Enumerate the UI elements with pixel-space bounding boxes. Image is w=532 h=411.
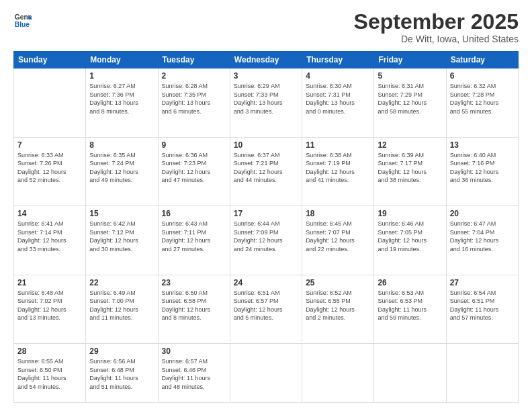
day-info: Sunrise: 6:51 AM Sunset: 6:57 PM Dayligh… xyxy=(234,289,298,322)
day-info: Sunrise: 6:32 AM Sunset: 7:28 PM Dayligh… xyxy=(450,82,515,116)
table-row: 10Sunrise: 6:37 AM Sunset: 7:21 PM Dayli… xyxy=(230,137,302,206)
table-row: 15Sunrise: 6:42 AM Sunset: 7:12 PM Dayli… xyxy=(86,206,158,275)
table-row: 14Sunrise: 6:41 AM Sunset: 7:14 PM Dayli… xyxy=(14,206,86,275)
calendar-header-row: Sunday Monday Tuesday Wednesday Thursday… xyxy=(14,52,519,68)
table-row: 16Sunrise: 6:43 AM Sunset: 7:11 PM Dayli… xyxy=(158,206,230,275)
day-number: 28 xyxy=(17,347,82,356)
table-row: 3Sunrise: 6:29 AM Sunset: 7:33 PM Daylig… xyxy=(230,68,302,138)
day-number: 21 xyxy=(17,278,82,287)
table-row: 1Sunrise: 6:27 AM Sunset: 7:36 PM Daylig… xyxy=(86,68,158,138)
table-row: 29Sunrise: 6:56 AM Sunset: 6:48 PM Dayli… xyxy=(86,344,158,403)
day-number: 15 xyxy=(89,209,154,218)
table-row: 18Sunrise: 6:45 AM Sunset: 7:07 PM Dayli… xyxy=(302,206,374,275)
day-number: 26 xyxy=(378,278,442,287)
header-friday: Friday xyxy=(374,52,446,68)
table-row: 9Sunrise: 6:36 AM Sunset: 7:23 PM Daylig… xyxy=(158,137,230,206)
top-section: General Blue September 2025 De Witt, Iow… xyxy=(13,11,519,44)
day-number: 17 xyxy=(234,209,298,218)
day-number: 11 xyxy=(306,140,370,150)
location: De Witt, Iowa, United States xyxy=(354,34,519,44)
day-info: Sunrise: 6:45 AM Sunset: 7:07 PM Dayligh… xyxy=(306,220,370,253)
table-row: 17Sunrise: 6:44 AM Sunset: 7:09 PM Dayli… xyxy=(230,206,302,275)
day-info: Sunrise: 6:46 AM Sunset: 7:05 PM Dayligh… xyxy=(378,220,442,253)
day-number: 14 xyxy=(17,209,82,218)
table-row: 23Sunrise: 6:50 AM Sunset: 6:58 PM Dayli… xyxy=(158,275,230,344)
table-row xyxy=(446,344,518,403)
table-row xyxy=(230,344,302,403)
table-row: 5Sunrise: 6:31 AM Sunset: 7:29 PM Daylig… xyxy=(374,68,446,138)
table-row xyxy=(374,344,446,403)
day-info: Sunrise: 6:57 AM Sunset: 6:46 PM Dayligh… xyxy=(162,357,226,391)
day-number: 27 xyxy=(450,278,515,287)
day-number: 1 xyxy=(89,71,154,81)
table-row xyxy=(14,68,86,138)
day-info: Sunrise: 6:30 AM Sunset: 7:31 PM Dayligh… xyxy=(306,82,370,116)
title-section: September 2025 De Witt, Iowa, United Sta… xyxy=(354,11,519,44)
table-row: 6Sunrise: 6:32 AM Sunset: 7:28 PM Daylig… xyxy=(446,68,518,138)
day-info: Sunrise: 6:27 AM Sunset: 7:36 PM Dayligh… xyxy=(89,82,154,116)
table-row: 4Sunrise: 6:30 AM Sunset: 7:31 PM Daylig… xyxy=(302,68,374,138)
day-info: Sunrise: 6:49 AM Sunset: 7:00 PM Dayligh… xyxy=(89,289,154,322)
month-title: September 2025 xyxy=(354,11,519,32)
day-info: Sunrise: 6:54 AM Sunset: 6:51 PM Dayligh… xyxy=(450,289,515,322)
day-info: Sunrise: 6:53 AM Sunset: 6:53 PM Dayligh… xyxy=(378,289,442,322)
table-row: 7Sunrise: 6:33 AM Sunset: 7:26 PM Daylig… xyxy=(14,137,86,206)
table-row: 26Sunrise: 6:53 AM Sunset: 6:53 PM Dayli… xyxy=(374,275,446,344)
table-row: 13Sunrise: 6:40 AM Sunset: 7:16 PM Dayli… xyxy=(446,137,518,206)
day-info: Sunrise: 6:28 AM Sunset: 7:35 PM Dayligh… xyxy=(162,82,226,116)
day-info: Sunrise: 6:47 AM Sunset: 7:04 PM Dayligh… xyxy=(450,220,515,253)
day-info: Sunrise: 6:42 AM Sunset: 7:12 PM Dayligh… xyxy=(89,220,154,253)
header-tuesday: Tuesday xyxy=(158,52,230,68)
day-number: 24 xyxy=(234,278,298,287)
day-info: Sunrise: 6:35 AM Sunset: 7:24 PM Dayligh… xyxy=(89,151,154,185)
calendar-table: Sunday Monday Tuesday Wednesday Thursday… xyxy=(13,51,519,403)
day-info: Sunrise: 6:39 AM Sunset: 7:17 PM Dayligh… xyxy=(378,151,442,185)
day-info: Sunrise: 6:36 AM Sunset: 7:23 PM Dayligh… xyxy=(162,151,226,185)
day-info: Sunrise: 6:33 AM Sunset: 7:26 PM Dayligh… xyxy=(17,151,82,185)
day-number: 19 xyxy=(378,209,442,218)
table-row: 20Sunrise: 6:47 AM Sunset: 7:04 PM Dayli… xyxy=(446,206,518,275)
table-row: 12Sunrise: 6:39 AM Sunset: 7:17 PM Dayli… xyxy=(374,137,446,206)
day-number: 23 xyxy=(162,278,226,287)
day-info: Sunrise: 6:37 AM Sunset: 7:21 PM Dayligh… xyxy=(234,151,298,185)
day-number: 6 xyxy=(450,71,515,81)
header-wednesday: Wednesday xyxy=(230,52,302,68)
day-info: Sunrise: 6:55 AM Sunset: 6:50 PM Dayligh… xyxy=(17,357,82,391)
day-number: 20 xyxy=(450,209,515,218)
day-info: Sunrise: 6:40 AM Sunset: 7:16 PM Dayligh… xyxy=(450,151,515,185)
day-info: Sunrise: 6:41 AM Sunset: 7:14 PM Dayligh… xyxy=(17,220,82,253)
page: General Blue September 2025 De Witt, Iow… xyxy=(0,0,532,411)
header-monday: Monday xyxy=(86,52,158,68)
day-number: 2 xyxy=(162,71,226,81)
table-row: 11Sunrise: 6:38 AM Sunset: 7:19 PM Dayli… xyxy=(302,137,374,206)
generalblue-logo-icon: General Blue xyxy=(13,11,32,30)
day-info: Sunrise: 6:48 AM Sunset: 7:02 PM Dayligh… xyxy=(17,289,82,322)
day-info: Sunrise: 6:38 AM Sunset: 7:19 PM Dayligh… xyxy=(306,151,370,185)
day-number: 3 xyxy=(234,71,298,81)
day-info: Sunrise: 6:52 AM Sunset: 6:55 PM Dayligh… xyxy=(306,289,370,322)
day-number: 10 xyxy=(234,140,298,150)
day-info: Sunrise: 6:44 AM Sunset: 7:09 PM Dayligh… xyxy=(234,220,298,253)
table-row: 8Sunrise: 6:35 AM Sunset: 7:24 PM Daylig… xyxy=(86,137,158,206)
day-number: 7 xyxy=(17,140,82,150)
table-row: 30Sunrise: 6:57 AM Sunset: 6:46 PM Dayli… xyxy=(158,344,230,403)
day-number: 18 xyxy=(306,209,370,218)
day-info: Sunrise: 6:50 AM Sunset: 6:58 PM Dayligh… xyxy=(162,289,226,322)
day-number: 12 xyxy=(378,140,442,150)
day-number: 9 xyxy=(162,140,226,150)
day-number: 29 xyxy=(89,347,154,356)
day-info: Sunrise: 6:43 AM Sunset: 7:11 PM Dayligh… xyxy=(162,220,226,253)
svg-text:Blue: Blue xyxy=(15,21,30,28)
table-row: 27Sunrise: 6:54 AM Sunset: 6:51 PM Dayli… xyxy=(446,275,518,344)
day-number: 5 xyxy=(378,71,442,81)
day-info: Sunrise: 6:56 AM Sunset: 6:48 PM Dayligh… xyxy=(89,357,154,391)
table-row: 19Sunrise: 6:46 AM Sunset: 7:05 PM Dayli… xyxy=(374,206,446,275)
table-row: 28Sunrise: 6:55 AM Sunset: 6:50 PM Dayli… xyxy=(14,344,86,403)
day-number: 4 xyxy=(306,71,370,81)
header-thursday: Thursday xyxy=(302,52,374,68)
table-row: 25Sunrise: 6:52 AM Sunset: 6:55 PM Dayli… xyxy=(302,275,374,344)
day-number: 30 xyxy=(162,347,226,356)
header-saturday: Saturday xyxy=(446,52,518,68)
table-row: 22Sunrise: 6:49 AM Sunset: 7:00 PM Dayli… xyxy=(86,275,158,344)
day-number: 8 xyxy=(89,140,154,150)
